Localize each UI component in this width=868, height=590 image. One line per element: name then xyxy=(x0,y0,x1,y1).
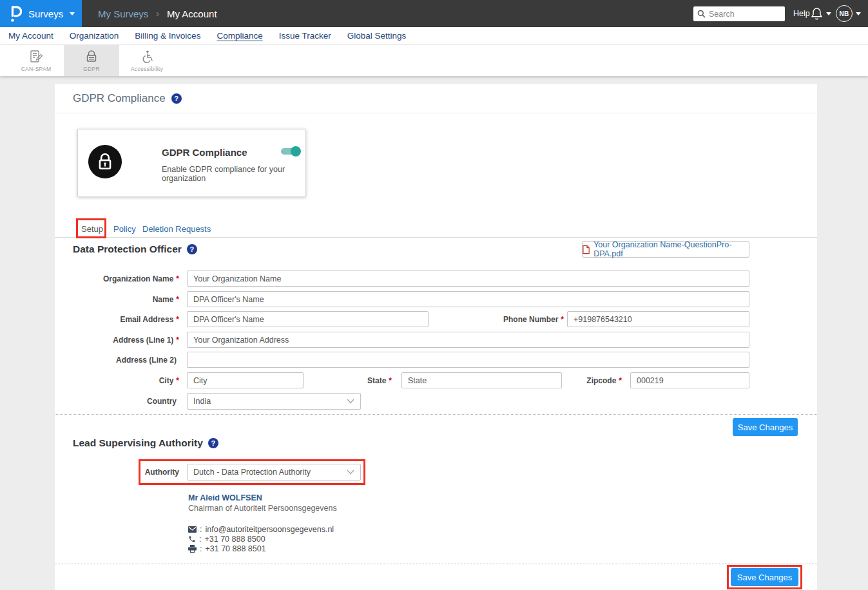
tab-label: GDPR xyxy=(83,66,100,72)
lock-badge xyxy=(88,145,122,178)
address-line1-input[interactable] xyxy=(187,332,749,348)
compliance-tabbar: CAN-SPAM GDPR Accessibility xyxy=(0,45,868,76)
authority-contact-phone: : +31 70 888 8500 xyxy=(188,534,265,544)
pdf-button-label: Your Organization Name-QuestionPro-DPA.p… xyxy=(593,240,749,258)
nav-item-my-account[interactable]: My Account xyxy=(8,31,53,41)
nav-item-billing-invoices[interactable]: Billing & Invoices xyxy=(135,31,200,41)
fax-icon xyxy=(188,545,197,553)
card-subtitle: Enable GDPR compliance for your organiza… xyxy=(162,165,305,183)
city-input[interactable] xyxy=(187,372,304,388)
tab-deletion-requests[interactable]: Deletion Requests xyxy=(142,220,211,238)
tab-setup[interactable]: Setup xyxy=(81,220,103,238)
nav-item-compliance[interactable]: Compliance xyxy=(217,31,262,41)
phone-number-label: Phone Number* xyxy=(441,311,564,327)
product-name: Surveys xyxy=(28,8,63,19)
email-address-label: Email Address* xyxy=(55,311,179,327)
authority-label: Authority xyxy=(55,464,179,480)
gdpr-compliance-panel: GDPR Compliance ? GDPR Compliance Enable… xyxy=(55,84,817,590)
help-circle-icon[interactable]: ? xyxy=(171,93,182,104)
dpo-save-button[interactable]: Save Changes xyxy=(733,418,798,436)
chevron-down-icon xyxy=(347,399,354,404)
authority-contact-role: Chairman of Autoriteit Persoonsgegevens xyxy=(188,504,337,513)
gdpr-toggle[interactable] xyxy=(281,148,299,155)
nav-item-global-settings[interactable]: Global Settings xyxy=(347,31,407,41)
zipcode-label: Zipcode* xyxy=(525,372,622,388)
address-line2-input[interactable] xyxy=(187,352,749,368)
lock-icon xyxy=(85,50,98,64)
city-label: City* xyxy=(55,372,179,388)
lock-icon xyxy=(96,152,114,171)
account-nav: My Account Organization Billing & Invoic… xyxy=(0,27,868,45)
avatar: NB xyxy=(836,5,853,22)
tab-gdpr[interactable]: GDPR xyxy=(64,45,119,76)
envelope-icon xyxy=(188,526,197,533)
dpa-pdf-button[interactable]: Your Organization Name-QuestionPro-DPA.p… xyxy=(582,241,749,258)
caret-down-icon xyxy=(826,12,831,15)
tab-can-spam[interactable]: CAN-SPAM xyxy=(8,45,64,76)
authority-contact-email: : info@autoriteitpersoonsgegevens.nl xyxy=(188,524,334,534)
help-link[interactable]: Help xyxy=(793,0,810,27)
nav-item-issue-tracker[interactable]: Issue Tracker xyxy=(279,31,331,41)
address-line2-label: Address (Line 2) xyxy=(55,352,179,368)
tab-accessibility[interactable]: Accessibility xyxy=(119,45,175,76)
card-title: GDPR Compliance xyxy=(162,147,247,158)
tab-label: CAN-SPAM xyxy=(21,66,52,72)
email-address-input[interactable] xyxy=(187,311,429,327)
organization-name-input[interactable] xyxy=(187,271,749,287)
breadcrumb-my-account: My Account xyxy=(167,8,217,19)
notifications-button[interactable] xyxy=(811,0,831,27)
breadcrumb-separator-icon: › xyxy=(156,8,159,19)
nav-item-organization[interactable]: Organization xyxy=(70,31,119,41)
name-input[interactable] xyxy=(187,291,749,307)
gdpr-toggle-card: GDPR Compliance Enable GDPR compliance f… xyxy=(77,129,306,197)
accessibility-icon xyxy=(140,50,154,64)
name-label: Name* xyxy=(55,291,179,307)
breadcrumb: My Surveys › My Account xyxy=(98,0,217,27)
pdf-icon xyxy=(583,245,590,254)
page-title: GDPR Compliance xyxy=(73,92,166,105)
breadcrumb-my-surveys[interactable]: My Surveys xyxy=(98,8,148,19)
state-label: State* xyxy=(295,372,392,388)
top-bar: Surveys My Surveys › My Account Help NB xyxy=(0,0,868,27)
search-input[interactable] xyxy=(709,10,780,19)
tab-label: Accessibility xyxy=(131,66,163,72)
zipcode-input[interactable] xyxy=(630,372,749,388)
section-divider xyxy=(55,564,817,564)
help-circle-icon[interactable]: ? xyxy=(208,438,218,448)
global-search[interactable] xyxy=(693,6,785,21)
help-circle-icon[interactable]: ? xyxy=(187,244,197,254)
phone-number-input[interactable] xyxy=(567,311,749,327)
bell-icon xyxy=(811,7,823,21)
section-divider xyxy=(55,414,817,415)
dpo-heading: Data Protection Officer xyxy=(73,243,182,255)
product-switcher[interactable]: Surveys xyxy=(0,0,82,27)
country-select[interactable]: India xyxy=(187,393,361,410)
tab-policy[interactable]: Policy xyxy=(113,220,136,238)
address-line1-label: Address (Line 1)* xyxy=(55,332,179,348)
account-menu[interactable]: NB xyxy=(836,0,861,27)
caret-down-icon xyxy=(856,12,861,15)
document-edit-icon xyxy=(29,50,43,64)
divider xyxy=(55,113,817,113)
organization-name-label: Organization Name* xyxy=(55,271,179,287)
toggle-knob xyxy=(291,146,301,157)
authority-select[interactable]: Dutch - Data Protection Authority xyxy=(187,464,361,481)
phone-icon xyxy=(188,535,196,543)
questionpro-logo-icon xyxy=(9,5,22,23)
chevron-down-icon xyxy=(347,470,354,475)
caret-down-icon xyxy=(70,12,75,15)
setup-tabstrip: Setup Policy Deletion Requests xyxy=(55,220,817,238)
country-label: Country xyxy=(55,393,179,409)
lsa-save-button[interactable]: Save Changes xyxy=(731,568,798,586)
authority-contact-name: Mr Aleid WOLFSEN xyxy=(188,493,262,502)
authority-contact-fax: : +31 70 888 8501 xyxy=(188,544,266,553)
lsa-heading: Lead Supervising Authority xyxy=(73,437,203,449)
search-icon xyxy=(697,10,706,18)
